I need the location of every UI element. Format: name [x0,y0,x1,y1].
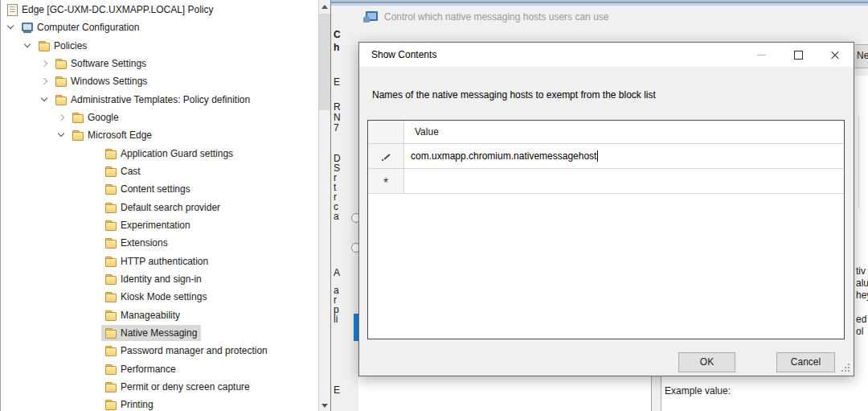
tree-item-native-messaging[interactable]: Native Messaging [1,325,331,341]
row-selector-cell[interactable] [368,169,404,193]
folder-icon [104,344,117,357]
close-button[interactable] [817,43,854,66]
help-panel-fragment [854,76,868,411]
tree-item-kiosk-mode-settings[interactable]: Kiosk Mode settings [1,289,331,305]
folder-icon [104,327,117,339]
clipped-text-fragment: R [334,101,341,113]
computer-icon [21,21,34,34]
folder-icon [55,93,68,106]
chevron-expanded-icon[interactable] [55,129,68,142]
scroll-up-arrow-icon[interactable] [319,0,330,13]
dialog-title-bar[interactable]: Show Contents [359,43,854,67]
tree-item-policies[interactable]: Policies [1,38,331,54]
cancel-button[interactable]: Cancel [776,352,835,372]
chevron-collapsed-icon[interactable] [55,111,68,125]
tree-item-windows-settings[interactable]: Windows Settings [1,73,331,89]
clipped-text-fragment: C [334,29,341,40]
tree-item-google[interactable]: Google [1,109,331,125]
chevron-collapsed-icon[interactable] [38,57,51,71]
values-grid: Value com.uxmapp.chromium.nativemessageh… [367,120,845,339]
clipped-text-fragment: li [334,314,338,325]
chevron-expanded-icon[interactable] [4,21,18,35]
folder-icon [104,273,117,286]
chevron-expanded-icon[interactable] [21,39,35,53]
clipped-text-fragment: h [334,42,339,53]
grid-header-row: Value [368,121,844,144]
tree-item-default-search-provider[interactable]: Default search provider [1,199,331,216]
folder-icon [104,236,117,249]
tree-item-performance[interactable]: Performance [1,361,331,377]
value-text: com.uxmapp.chromium.nativemessagehost [411,150,596,162]
folder-icon [104,201,117,214]
dialog-title: Show Contents [371,43,436,67]
policy-setting-icon [363,10,378,23]
panel-divider[interactable] [651,376,661,411]
tree-item-extensions[interactable]: Extensions [1,235,331,251]
comment-box-edge [858,115,859,208]
tree-item-manageability[interactable]: Manageability [1,307,331,323]
folder-icon [104,219,117,232]
scrollbar-thumb[interactable] [319,14,330,110]
value-column-header[interactable]: Value [404,121,844,143]
value-cell[interactable]: com.uxmapp.chromium.nativemessagehost [404,144,844,168]
gpo-tree-panel: Edge [GC-UXM-DC.UXMAPP.LOCAL] Policy Com… [0,0,331,411]
clipped-help-text: tiv [856,265,866,277]
folder-icon [55,57,68,70]
folder-icon [104,309,117,322]
tree-item-software-settings[interactable]: Software Settings [1,55,331,72]
tree-item-printing[interactable]: Printing [1,397,331,411]
dialog-top-edge [331,0,868,6]
instruction-label: Names of the native messaging hosts to e… [372,89,656,101]
next-setting-button-fragment[interactable]: Ne [855,44,868,68]
chevron-expanded-icon[interactable] [38,93,51,107]
tree-item-edge-policy[interactable]: Edge [GC-UXM-DC.UXMAPP.LOCAL] Policy [1,2,331,18]
tree-item-computer-configuration[interactable]: Computer Configuration [1,19,331,35]
example-value-label: Example value: [665,385,731,397]
grid-row-new [368,169,844,194]
row-selector-cell[interactable] [368,144,404,168]
text-cursor [597,150,598,162]
clipped-help-text: ol [856,326,863,337]
clipped-text-fragment: N [334,112,341,123]
tree-item-microsoft-edge[interactable]: Microsoft Edge [1,127,331,143]
value-cell-empty[interactable] [404,169,844,193]
show-contents-dialog: Show Contents Names of the native messag… [358,42,854,376]
tree-item-content-settings[interactable]: Content settings [1,181,331,197]
gpo-scroll-icon [6,3,18,16]
policy-dialog-title: Control which native messaging hosts use… [384,11,608,23]
tree-item-permit-or-deny-screen-capture[interactable]: Permit or deny screen capture [1,379,331,395]
folder-icon [104,380,117,393]
clipped-help-text: alu [856,277,868,289]
tree-item-application-guard-settings[interactable]: Application Guard settings [1,146,331,162]
tree-item-identity-and-sign-in[interactable]: Identity and sign-in [1,271,331,287]
folder-icon [104,398,117,411]
folder-icon [104,183,117,195]
editing-pencil-icon [381,151,391,162]
clipped-help-text: ed [856,314,866,325]
resize-grip[interactable] [841,363,851,373]
tree-item-cast[interactable]: Cast [1,163,331,179]
folder-icon [38,39,51,52]
clipped-text-fragment: E [334,384,340,396]
clipped-help-text: hey [856,290,868,301]
tree-item-http-authentication[interactable]: HTTP authentication [1,253,331,269]
tree-vertical-scrollbar[interactable] [318,0,330,411]
folder-icon [104,165,117,178]
minimize-button[interactable] [743,43,780,66]
folder-icon [72,129,84,142]
tree-item-administrative-templates[interactable]: Administrative Templates: Policy definit… [1,92,331,108]
folder-icon [72,111,84,124]
new-row-asterisk-icon [383,175,388,187]
minimize-icon [757,55,766,55]
folder-icon [104,255,117,268]
tree-item-password-manager-and-protection[interactable]: Password manager and protection [1,343,331,359]
grid-row: com.uxmapp.chromium.nativemessagehost [368,144,844,169]
chevron-collapsed-icon[interactable] [38,75,51,88]
clipped-text-fragment: a [334,211,339,222]
tree-item-experimentation[interactable]: Experimentation [1,217,331,233]
ok-button[interactable]: OK [678,352,735,372]
maximize-button[interactable] [780,43,817,66]
folder-icon [104,363,117,376]
close-icon [830,50,840,60]
scroll-down-arrow-icon[interactable] [319,400,330,411]
